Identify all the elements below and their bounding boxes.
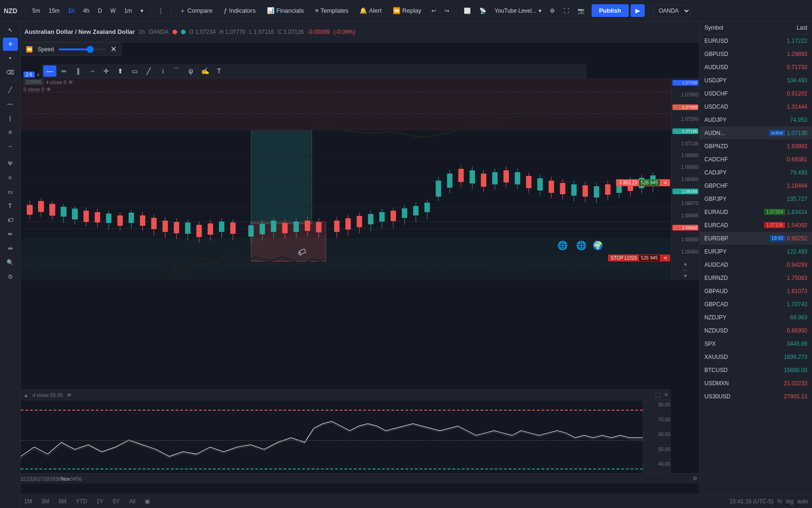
indicator-close-btn[interactable]: ✕ xyxy=(664,392,668,398)
h-fib-tool[interactable]: ψ xyxy=(184,65,197,77)
crosshair-tool[interactable]: ✛ xyxy=(3,38,18,51)
close1-eye-icon[interactable]: 👁 xyxy=(68,79,73,85)
date-settings-icon[interactable]: ⚙ xyxy=(693,476,697,482)
undo-btn[interactable]: ↩ xyxy=(428,6,439,16)
h-ray-tool[interactable]: → xyxy=(86,65,99,77)
watchlist-item-eurusd[interactable]: EURUSD1.17222 xyxy=(700,34,812,48)
tf-5m[interactable]: 5m xyxy=(29,6,44,16)
indicator-expand[interactable]: ⛶ xyxy=(655,392,660,398)
watchlist-item-us30usd[interactable]: US30USD27905.13 xyxy=(700,390,812,403)
bottom-log[interactable]: log xyxy=(786,498,794,505)
cursor-tool[interactable]: ↖ xyxy=(3,24,18,37)
period-5y[interactable]: 5Y xyxy=(109,497,124,506)
play-btn[interactable]: ▶ xyxy=(631,4,645,17)
watchlist-item-eurnzd[interactable]: EURNZD1.75083 xyxy=(700,271,812,285)
h-channel-tool[interactable]: ╱ xyxy=(142,65,155,77)
watchlist-item-spx[interactable]: SPX3445.99 xyxy=(700,337,812,350)
watchlist-item-euraud[interactable]: EURAUD1.072041.63414 xyxy=(700,206,812,219)
profit-order-label[interactable]: 3 363.23 526 945 ✕ xyxy=(616,179,670,186)
h-rect-tool[interactable]: ▭ xyxy=(128,65,141,77)
replay-btn[interactable]: ⏪ Replay xyxy=(388,5,426,16)
close2-eye-icon[interactable]: 👁 xyxy=(46,87,51,92)
h-parallel-tool[interactable]: ⫶ xyxy=(156,65,169,77)
period-bar-replay[interactable]: ▣ xyxy=(141,497,154,506)
stoploss-order-close[interactable]: ✕ xyxy=(664,255,667,261)
layout-btn[interactable]: ⬜ xyxy=(461,6,474,16)
h-text-tool[interactable]: T xyxy=(212,65,226,77)
bottom-pct[interactable]: % xyxy=(777,498,782,505)
eraser-tool[interactable]: ⌫ xyxy=(3,66,18,79)
watchlist-item-gbpjpy[interactable]: GBPJPY135.727 xyxy=(700,192,812,206)
measure-tool[interactable]: ⇔ xyxy=(3,242,18,255)
h-brush-tool[interactable]: ✍ xyxy=(198,65,211,77)
period-3m[interactable]: 3M xyxy=(38,497,53,506)
tf-15m[interactable]: 15m xyxy=(45,6,62,16)
watchlist-item-audn..[interactable]: AUDN...active1.07130 xyxy=(700,127,812,140)
magnet-tool[interactable]: ⊙ xyxy=(3,270,18,283)
watchlist-item-usdmxn[interactable]: USDMXN21.02233 xyxy=(700,377,812,390)
line-tool[interactable]: ╱ xyxy=(3,83,18,96)
tf-1h[interactable]: 1h xyxy=(65,6,78,16)
arrow-tool[interactable]: → xyxy=(3,140,18,153)
watchlist-item-eurjpy[interactable]: EURJPY122.493 xyxy=(700,245,812,258)
hline-tool[interactable]: — xyxy=(3,97,18,111)
scale-up-arrow[interactable]: ▲ xyxy=(683,261,688,266)
gann-tool[interactable]: ⌗ xyxy=(3,171,18,184)
alert-btn[interactable]: 🔔 Alert xyxy=(355,5,386,16)
channel-tool[interactable]: ≡ xyxy=(3,126,18,139)
templates-btn[interactable]: ≡ Templates xyxy=(310,5,353,16)
watchlist-item-audusd[interactable]: AUDUSD0.71733 xyxy=(700,61,812,74)
watchlist-item-usdjpy[interactable]: USDJPY104.493 xyxy=(700,74,812,87)
period-1m[interactable]: 1M xyxy=(20,497,36,506)
watchlist-item-eurgbp[interactable]: EURGBP18:430.90252 xyxy=(700,232,812,245)
watchlist-item-nzdjpy[interactable]: NZDJPY69.963 xyxy=(700,311,812,324)
watchlist-item-nzdusd[interactable]: NZDUSD0.66950 xyxy=(700,324,812,337)
brush-tool[interactable]: ✏ xyxy=(3,228,18,241)
watchlist-item-usdcad[interactable]: USDCAD1.31444 xyxy=(700,100,812,113)
period-ytd[interactable]: YTD xyxy=(72,497,91,506)
vline-tool[interactable]: | xyxy=(3,111,18,125)
watchlist-item-audjpy[interactable]: AUDJPY74.953 xyxy=(700,113,812,127)
h-vline-tool[interactable]: ‖ xyxy=(71,65,85,77)
tf-more[interactable]: ▾ xyxy=(137,6,147,16)
profit-order-close[interactable]: ✕ xyxy=(664,180,667,185)
watchlist-item-gbpaud[interactable]: GBPAUD1.81073 xyxy=(700,285,812,298)
watchlist-item-gbpnzd[interactable]: GBPNZD1.93993 xyxy=(700,140,812,153)
publish-btn[interactable]: Publish xyxy=(592,4,629,17)
watchlist-item-gbpchf[interactable]: GBPCHF1.18464 xyxy=(700,179,812,192)
zoom-tool[interactable]: 🔍 xyxy=(3,256,18,269)
broker-select[interactable]: OANDA xyxy=(653,5,691,17)
watchlist-item-cadchf[interactable]: CADCHF0.69381 xyxy=(700,153,812,166)
speed-slider[interactable] xyxy=(59,48,106,50)
tf-w[interactable]: W xyxy=(107,6,119,16)
h-arrow-tool[interactable]: ⬆ xyxy=(114,65,127,77)
watchlist-item-audcad[interactable]: AUDCAD0.94293 xyxy=(700,258,812,271)
watchlist-item-eurcad[interactable]: EURCAD1.071361.54092 xyxy=(700,219,812,232)
settings-btn[interactable]: ⚙ xyxy=(547,6,558,16)
period-all[interactable]: All xyxy=(125,497,139,506)
scale-lock[interactable]: ↔ xyxy=(683,267,688,272)
scale-down-arrow[interactable]: ▼ xyxy=(683,273,688,278)
watchlist-item-gbpusd[interactable]: GBPUSD1.29893 xyxy=(700,48,812,61)
period-1y[interactable]: 1Y xyxy=(93,497,107,506)
watchlist-item-cadjpy[interactable]: CADJPY79.493 xyxy=(700,166,812,179)
replay-close-btn[interactable]: ✕ xyxy=(110,45,117,54)
watchlist-item-gbpcad[interactable]: GBPCAD1.70743 xyxy=(700,298,812,311)
h-line-tool[interactable]: — xyxy=(43,65,56,77)
note-tool[interactable]: 🏷 xyxy=(3,214,18,227)
screenshare-btn[interactable]: 📡 xyxy=(476,6,490,16)
text-tool[interactable]: T xyxy=(3,199,18,213)
watchlist-item-usdchf[interactable]: USDCHF0.91202 xyxy=(700,87,812,100)
h-cross-tool[interactable]: ✛ xyxy=(100,65,113,77)
indicator-close-eye[interactable]: 👁 xyxy=(67,392,72,398)
indicators-btn[interactable]: ƒ Indicators xyxy=(219,5,260,16)
redo-btn[interactable]: ↪ xyxy=(441,6,453,16)
fib-tool[interactable]: Ψ xyxy=(3,157,18,170)
fullscreen-btn[interactable]: ⛶ xyxy=(560,6,572,16)
tf-4h[interactable]: 4h xyxy=(80,6,93,16)
watchlist-item-btcusd[interactable]: BTCUSD15600.03 xyxy=(700,364,812,377)
rect-tool[interactable]: ▭ xyxy=(3,185,18,198)
youtube-btn[interactable]: YouTube Level...▾ xyxy=(492,6,545,16)
camera-btn[interactable]: 📷 xyxy=(574,6,588,16)
stoploss-order-label[interactable]: STOP LOSS 526 945 ✕ xyxy=(608,254,670,262)
